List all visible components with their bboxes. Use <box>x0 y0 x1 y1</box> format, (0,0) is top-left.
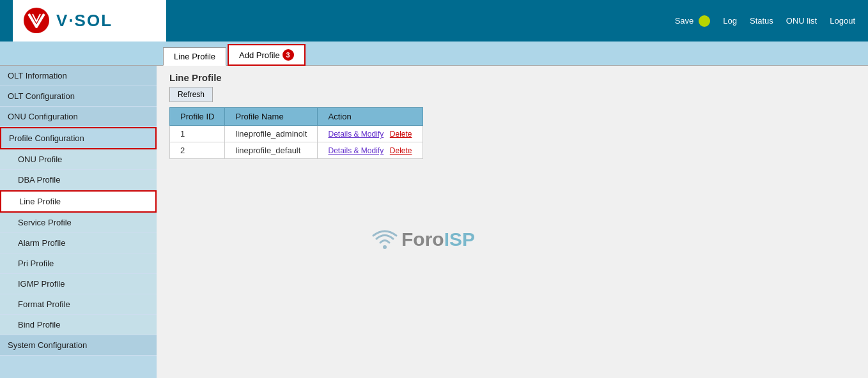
header-right: Save Log Status ONU list Logout <box>166 15 855 27</box>
col-profile-name: Profile Name <box>225 108 318 126</box>
nav-status[interactable]: Status <box>750 16 773 26</box>
sidebar-item-bind-profile[interactable]: Bind Profile <box>0 315 157 335</box>
row2-name: lineprofile_default <box>225 142 318 159</box>
header: V·SOL Save Log Status ONU list Logout <box>0 0 868 42</box>
sidebar-item-service-profile[interactable]: Service Profile <box>0 213 157 233</box>
sidebar-item-olt-configuration[interactable]: OLT Configuration <box>0 86 157 107</box>
row2-delete-link[interactable]: Delete <box>390 146 412 155</box>
main-layout: OLT Information OLT Configuration ONU Co… <box>0 66 868 378</box>
table-row: 1 lineprofile_adminolt Details & Modify … <box>170 126 423 142</box>
tab-line-profile[interactable]: Line Profile <box>163 47 226 66</box>
nav-log[interactable]: Log <box>723 16 737 26</box>
tab-add-profile[interactable]: Add Profile 3 <box>228 44 306 66</box>
status-indicator <box>699 15 710 27</box>
logo-icon <box>22 6 51 35</box>
watermark-foro: Foro <box>401 229 444 250</box>
logo-text: V·SOL <box>56 11 112 31</box>
sidebar: OLT Information OLT Configuration ONU Co… <box>0 66 157 378</box>
row2-actions: Details & Modify Delete <box>318 142 422 159</box>
nav-onu-list[interactable]: ONU list <box>786 16 817 26</box>
col-action: Action <box>318 108 422 126</box>
foroisp-watermark: Foro ISP <box>371 225 475 253</box>
watermark-isp: ISP <box>444 229 475 250</box>
line-profile-table: Profile ID Profile Name Action 1 linepro… <box>169 107 423 159</box>
table-row: 2 lineprofile_default Details & Modify D… <box>170 142 423 159</box>
content-title: Line Profile <box>157 66 868 87</box>
sidebar-item-system-configuration[interactable]: System Configuration <box>0 335 157 356</box>
save-area: Save <box>675 15 711 27</box>
sidebar-item-olt-information[interactable]: OLT Information <box>0 66 157 86</box>
row1-id: 1 <box>170 126 225 142</box>
row2-modify-link[interactable]: Details & Modify <box>328 146 384 155</box>
sidebar-item-onu-configuration[interactable]: ONU Configuration <box>0 107 157 127</box>
refresh-button[interactable]: Refresh <box>169 87 213 102</box>
row1-modify-link[interactable]: Details & Modify <box>328 130 384 139</box>
tab-bar: Line Profile Add Profile 3 <box>0 42 868 66</box>
sidebar-item-line-profile[interactable]: Line Profile 2 <box>0 190 157 213</box>
row1-actions: Details & Modify Delete <box>318 126 422 142</box>
sidebar-item-dba-profile[interactable]: DBA Profile <box>0 170 157 190</box>
sidebar-item-onu-profile[interactable]: ONU Profile <box>0 149 157 170</box>
row1-name: lineprofile_adminolt <box>225 126 318 142</box>
nav-logout[interactable]: Logout <box>830 16 855 26</box>
svg-point-1 <box>383 245 387 249</box>
row1-delete-link[interactable]: Delete <box>390 130 412 139</box>
sidebar-item-format-profile[interactable]: Format Profile <box>0 294 157 315</box>
col-profile-id: Profile ID <box>170 108 225 126</box>
sidebar-item-igmp-profile[interactable]: IGMP Profile <box>0 274 157 294</box>
sidebar-item-alarm-profile[interactable]: Alarm Profile <box>0 233 157 253</box>
content-area: Line Profile Refresh Profile ID Profile … <box>157 66 868 378</box>
add-profile-badge: 3 <box>283 49 294 61</box>
sidebar-item-pri-profile[interactable]: Pri Profile <box>0 253 157 274</box>
row2-id: 2 <box>170 142 225 159</box>
save-label[interactable]: Save <box>675 16 694 26</box>
logo-area: V·SOL <box>13 0 166 42</box>
sidebar-item-profile-configuration[interactable]: Profile Configuration 1 <box>0 127 157 149</box>
content-body: Refresh Profile ID Profile Name Action <box>157 87 868 159</box>
wifi-icon <box>371 225 399 253</box>
